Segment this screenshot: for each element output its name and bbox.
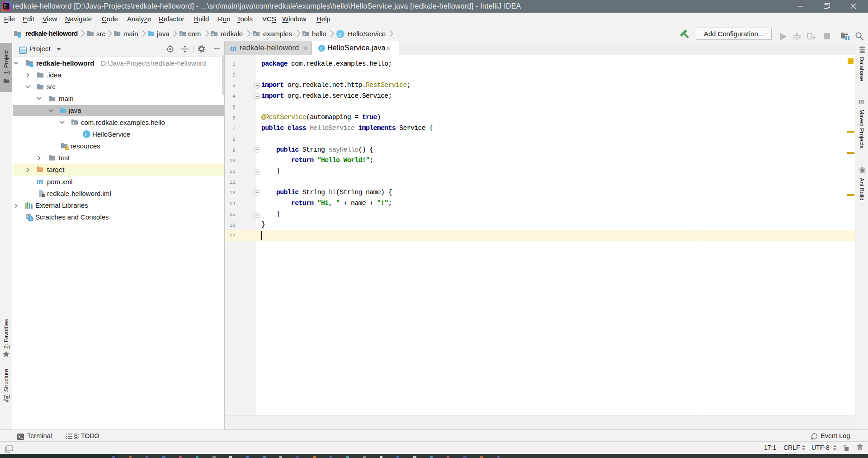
svg-text:c: c <box>320 46 322 51</box>
svg-text:c: c <box>85 132 88 137</box>
svg-text:m: m <box>37 177 43 186</box>
svg-text:c: c <box>339 31 341 37</box>
svg-text:m: m <box>859 97 864 105</box>
svg-text:m: m <box>230 44 236 52</box>
